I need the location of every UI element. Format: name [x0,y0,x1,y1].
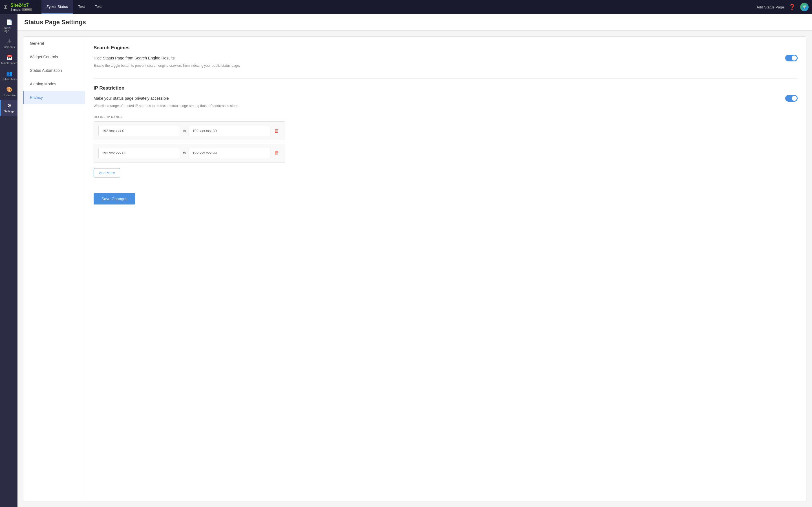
sidebar-item-status-page[interactable]: 📄 Status Page [0,16,17,36]
content-area: Status Page Settings General Widget Cont… [17,14,812,507]
demo-badge: DEMO [22,8,32,11]
logo-subtitle: Signals [10,8,20,11]
ip-from-1[interactable] [98,126,180,136]
page-header: Status Page Settings [17,14,812,31]
nav-tab-test2[interactable]: Test [90,0,107,14]
settings-nav-status-automation[interactable]: Status Automation [23,64,85,77]
search-engines-section: Search Engines Hide Status Page from Sea… [94,45,798,68]
sidebar: 📄 Status Page ⚠ Incidents 📅 Maintenance … [0,14,17,507]
avatar[interactable]: 🌍 [800,3,809,11]
subscribers-icon: 👥 [6,70,12,76]
delete-range-1-button[interactable]: 🗑 [273,127,281,135]
help-icon[interactable]: ❓ [789,4,796,10]
search-engines-toggle-label: Hide Status Page from Search Engine Resu… [94,56,174,60]
ip-restriction-toggle[interactable] [785,95,798,102]
settings-content: Search Engines Hide Status Page from Sea… [85,36,806,501]
sidebar-item-settings[interactable]: ⚙ Settings [0,100,17,116]
incidents-icon: ⚠ [7,38,11,45]
logo: Site24x7 Signals DEMO [10,3,32,11]
logo-area: Site24x7 Signals DEMO [10,3,32,11]
save-changes-button[interactable]: Save Changes [94,193,135,205]
ip-restriction-desc: Whitelist a range of trusted IP address … [94,103,798,108]
sidebar-item-subscribers[interactable]: 👥 Subscribers [0,68,17,83]
ip-to-2[interactable] [189,148,270,158]
add-status-page-button[interactable]: Add Status Page [756,5,784,9]
settings-icon: ⚙ [7,103,11,109]
search-engines-desc: Enable the toggle button to prevent sear… [94,63,798,68]
sidebar-item-label-incidents: Incidents [3,46,15,49]
sidebar-item-incidents[interactable]: ⚠ Incidents [0,36,17,52]
settings-nav-widget-controls[interactable]: Widget Controls [23,50,85,64]
add-more-button[interactable]: Add More [94,168,120,177]
ip-range-label: DEFINE IP RANGE [94,115,285,119]
settings-area: General Widget Controls Status Automatio… [17,31,812,507]
sidebar-item-label-subscribers: Subscribers [2,78,17,81]
ip-restriction-toggle-row: Make your status page privately accessib… [94,95,798,102]
settings-nav: General Widget Controls Status Automatio… [23,36,85,501]
nav-tab-test1[interactable]: Test [73,0,90,14]
status-page-icon: 📄 [6,19,12,25]
ip-to-1[interactable] [189,126,270,136]
ip-restriction-title: IP Restriction [94,86,798,91]
main-layout: 📄 Status Page ⚠ Incidents 📅 Maintenance … [0,14,812,507]
nav-tabs: Zylker Status Test Test [42,0,107,14]
sidebar-item-label-settings: Settings [4,110,14,113]
settings-nav-general[interactable]: General [23,37,85,50]
sidebar-item-label-customize: Customize [3,94,16,97]
delete-range-2-button[interactable]: 🗑 [273,149,281,157]
customize-icon: 🎨 [6,87,12,93]
ip-range-row-2: to 🗑 [94,144,285,163]
sidebar-item-label-maintenance: Maintenance [1,62,17,65]
nav-right: Add Status Page ❓ 🌍 [756,3,809,11]
ip-restriction-section: IP Restriction Make your status page pri… [94,86,798,177]
ip-to-label-2: to [183,151,186,155]
grid-icon[interactable]: ⊞ [3,4,8,10]
nav-tab-zylker[interactable]: Zylker Status [42,0,73,14]
ip-restriction-slider [785,95,798,102]
ip-range-row-1: to 🗑 [94,121,285,140]
maintenance-icon: 📅 [6,54,12,61]
sidebar-item-maintenance[interactable]: 📅 Maintenance [0,52,17,68]
ip-to-label-1: to [183,129,186,133]
search-engines-toggle[interactable] [785,55,798,61]
ip-restriction-toggle-label: Make your status page privately accessib… [94,96,169,101]
search-engines-slider [785,55,798,61]
settings-nav-alerting-modes[interactable]: Alerting Modes [23,77,85,91]
ip-range-container: DEFINE IP RANGE to 🗑 to [94,115,285,177]
sidebar-item-customize[interactable]: 🎨 Customize [0,83,17,100]
settings-nav-privacy[interactable]: Privacy [23,91,85,104]
logo-text: Site24x7 [10,3,29,8]
page-title: Status Page Settings [24,18,805,26]
sidebar-item-label-status-page: Status Page [3,26,16,33]
search-engines-title: Search Engines [94,45,798,51]
search-engines-toggle-row: Hide Status Page from Search Engine Resu… [94,55,798,61]
ip-from-2[interactable] [98,148,180,158]
top-nav: ⊞ Site24x7 Signals DEMO Zylker Status Te… [0,0,812,14]
